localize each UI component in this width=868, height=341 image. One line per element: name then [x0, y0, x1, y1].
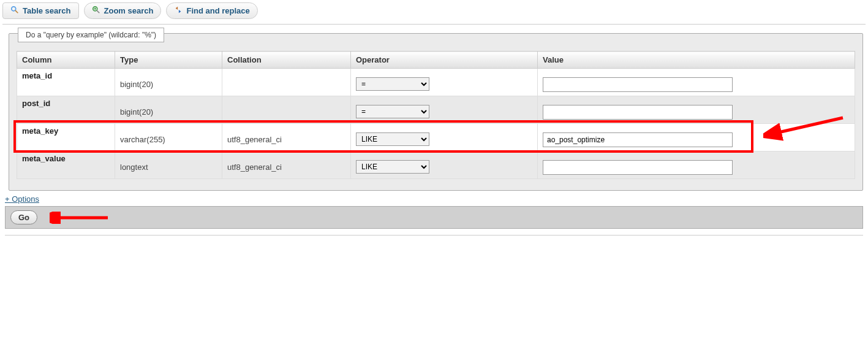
th-column: Column — [17, 52, 115, 69]
operator-cell: LIKELIKE %...%NOT LIKE=!=REGEXPIS NULL — [351, 151, 538, 179]
value-input[interactable] — [543, 77, 733, 92]
replace-icon — [174, 6, 183, 16]
arrow-annotation-go — [50, 212, 111, 224]
column-collation — [222, 96, 351, 124]
column-name: meta_key — [17, 124, 115, 151]
table-row: meta_valuelongtextutf8_general_ciLIKELIK… — [17, 151, 855, 179]
operator-cell: LIKELIKE %...%NOT LIKE=!=REGEXPIS NULL — [351, 124, 538, 151]
column-collation — [222, 69, 351, 96]
svg-line-1 — [15, 10, 18, 13]
value-input[interactable] — [543, 132, 733, 147]
table-search-label: Table search — [23, 6, 71, 15]
column-collation: utf8_general_ci — [222, 124, 351, 151]
th-type: Type — [115, 52, 222, 69]
operator-cell: =!=><>=<=IS NULL — [351, 96, 538, 124]
go-button[interactable]: Go — [10, 210, 37, 224]
query-table: Column Type Collation Operator Value met… — [17, 51, 855, 179]
column-type: bigint(20) — [115, 96, 222, 124]
operator-select[interactable]: =!=><>=<=IS NULL — [356, 77, 429, 91]
operator-select[interactable]: LIKELIKE %...%NOT LIKE=!=REGEXPIS NULL — [356, 160, 429, 174]
options-link[interactable]: + Options — [5, 194, 863, 204]
find-replace-label: Find and replace — [186, 6, 249, 15]
column-name: meta_id — [17, 69, 115, 96]
divider — [5, 235, 863, 236]
value-input[interactable] — [543, 160, 733, 175]
value-cell — [538, 69, 855, 96]
column-name: meta_value — [17, 151, 115, 179]
th-value: Value — [538, 52, 855, 69]
panel-legend: Do a "query by example" (wildcard: "%") — [18, 28, 164, 42]
zoom-icon — [92, 6, 100, 16]
find-replace-button[interactable]: Find and replace — [166, 2, 257, 19]
table-row: meta_idbigint(20)=!=><>=<=IS NULL — [17, 69, 855, 96]
search-icon — [10, 6, 19, 16]
zoom-search-button[interactable]: Zoom search — [84, 2, 162, 19]
th-collation: Collation — [222, 52, 351, 69]
query-panel: Do a "query by example" (wildcard: "%") … — [9, 33, 863, 191]
table-search-button[interactable]: Table search — [2, 2, 79, 19]
table-row: meta_keyvarchar(255)utf8_general_ciLIKEL… — [17, 124, 855, 151]
svg-point-0 — [12, 7, 16, 11]
table-row: post_idbigint(20)=!=><>=<=IS NULL — [17, 96, 855, 124]
value-cell — [538, 124, 855, 151]
operator-select[interactable]: =!=><>=<=IS NULL — [356, 105, 429, 118]
th-operator: Operator — [351, 52, 538, 69]
column-type: varchar(255) — [115, 124, 222, 151]
column-type: longtext — [115, 151, 222, 179]
value-cell — [538, 96, 855, 124]
column-collation: utf8_general_ci — [222, 151, 351, 179]
svg-line-5 — [96, 10, 99, 13]
value-cell — [538, 151, 855, 179]
go-bar: Go — [5, 206, 863, 229]
column-name: post_id — [17, 96, 115, 124]
value-input[interactable] — [543, 105, 733, 120]
zoom-search-label: Zoom search — [104, 6, 154, 15]
operator-cell: =!=><>=<=IS NULL — [351, 69, 538, 96]
search-toolbar: Table search Zoom search Find and replac… — [2, 2, 866, 25]
column-type: bigint(20) — [115, 69, 222, 96]
operator-select[interactable]: LIKELIKE %...%NOT LIKE=!=REGEXPIS NULL — [356, 132, 429, 146]
